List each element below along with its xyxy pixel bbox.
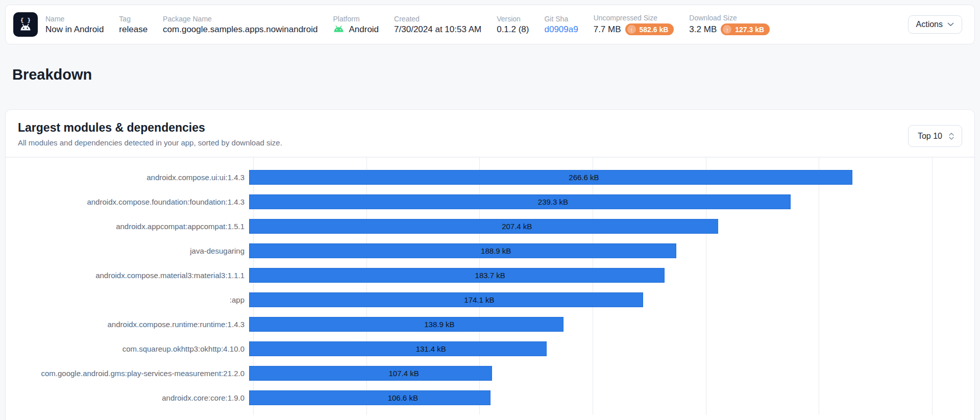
chart-row: androidx.compose.runtime:runtime:1.4.313… xyxy=(10,312,974,336)
header-field-label: Download Size xyxy=(689,14,770,22)
bar-track: 183.7 kB xyxy=(249,268,928,283)
card-title: Largest modules & dependencies xyxy=(18,121,962,135)
bar-track: 107.4 kB xyxy=(249,366,928,381)
git-sha-link[interactable]: d0909a9 xyxy=(544,24,578,35)
header-field-value: Now in Android xyxy=(45,24,104,35)
module-size-value: 207.4 kB xyxy=(502,222,532,231)
header-field-value-row: 3.2 MB↑127.3 kB xyxy=(689,23,770,35)
module-name-label: androidx.core:core:1.9.0 xyxy=(10,393,244,402)
module-name-label: java-desugaring xyxy=(10,246,244,255)
header-field: Created7/30/2024 at 10:53 AM xyxy=(394,15,481,35)
module-name-label: :app xyxy=(10,295,244,304)
up-down-chevrons-icon xyxy=(948,132,954,140)
module-size-bar[interactable]: 174.1 kB xyxy=(249,292,643,307)
chevron-down-icon xyxy=(947,22,954,27)
bar-track: 266.6 kB xyxy=(249,170,928,185)
header-field-value-row: Android xyxy=(333,24,379,35)
header-field-value-row: 0.1.2 (8) xyxy=(497,24,529,35)
module-size-value: 266.6 kB xyxy=(569,173,599,182)
actions-button[interactable]: Actions xyxy=(908,15,962,34)
header-field-label: Tag xyxy=(119,15,148,23)
chart-row: com.squareup.okhttp3:okhttp:4.10.0131.4 … xyxy=(10,336,974,361)
top-n-select[interactable]: Top 10 xyxy=(908,125,962,147)
module-name-label: androidx.compose.foundation:foundation:1… xyxy=(10,197,244,206)
header-field-value-row: 7.7 MB↑582.6 kB xyxy=(594,23,674,35)
header-field-value-row: 7/30/2024 at 10:53 AM xyxy=(394,24,481,35)
module-size-bar[interactable]: 131.4 kB xyxy=(249,341,547,356)
actions-button-label: Actions xyxy=(916,20,943,29)
size-delta-value: 582.6 kB xyxy=(640,26,669,34)
header-field: Download Size3.2 MB↑127.3 kB xyxy=(689,14,770,35)
header-field-value: release xyxy=(119,24,148,35)
module-size-value: 138.9 kB xyxy=(424,320,454,329)
header-field-label: Git Sha xyxy=(544,15,578,23)
module-name-label: androidx.appcompat:appcompat:1.5.1 xyxy=(10,222,244,231)
module-name-label: androidx.compose.material3:material3:1.1… xyxy=(10,271,244,280)
header-field: Version0.1.2 (8) xyxy=(497,15,529,35)
chart-rows: androidx.compose.ui:ui:1.4.3266.6 kBandr… xyxy=(10,165,974,410)
bar-track: 239.3 kB xyxy=(249,194,928,209)
header-field-value-row: d0909a9 xyxy=(544,24,578,35)
module-size-bar[interactable]: 266.6 kB xyxy=(249,170,852,185)
size-delta-badge: ↑582.6 kB xyxy=(625,23,674,35)
module-size-bar[interactable]: 239.3 kB xyxy=(249,194,791,209)
module-size-bar[interactable]: 107.4 kB xyxy=(249,366,492,381)
module-size-value: 107.4 kB xyxy=(388,369,419,378)
header-field-value-row: Now in Android xyxy=(45,24,104,35)
header-field-value-row: com.google.samples.apps.nowinandroid xyxy=(163,24,317,35)
size-delta-badge: ↑127.3 kB xyxy=(721,23,770,35)
module-size-bar[interactable]: 138.9 kB xyxy=(249,317,564,332)
card-header: Largest modules & dependencies All modul… xyxy=(6,110,974,158)
size-delta-value: 127.3 kB xyxy=(735,26,764,34)
chart-row: androidx.core:core:1.9.0106.6 kB xyxy=(10,385,974,410)
module-name-label: androidx.compose.runtime:runtime:1.4.3 xyxy=(10,320,244,329)
module-name-label: com.squareup.okhttp3:okhttp:4.10.0 xyxy=(10,344,244,353)
module-size-value: 188.9 kB xyxy=(481,246,511,255)
header-field: Platform Android xyxy=(333,15,379,35)
header-field-value: Android xyxy=(349,24,379,35)
chart-row: androidx.compose.ui:ui:1.4.3266.6 kB xyxy=(10,165,974,189)
bar-track: 188.9 kB xyxy=(249,243,928,258)
header-field: Package Namecom.google.samples.apps.nowi… xyxy=(163,15,317,35)
package-header-bar: { } NameNow in AndroidTagreleasePackage … xyxy=(5,5,975,44)
chart-row: androidx.compose.foundation:foundation:1… xyxy=(10,189,974,214)
header-field: NameNow in Android xyxy=(45,15,104,35)
module-name-label: androidx.compose.ui:ui:1.4.3 xyxy=(10,173,244,182)
svg-text:{ }: { } xyxy=(20,17,31,23)
module-size-bar[interactable]: 183.7 kB xyxy=(249,268,665,283)
module-size-value: 106.6 kB xyxy=(388,393,418,402)
chart-row: java-desugaring188.9 kB xyxy=(10,238,974,263)
header-field-value-row: release xyxy=(119,24,148,35)
bar-track: 207.4 kB xyxy=(249,219,928,234)
header-field-label: Platform xyxy=(333,15,379,23)
modules-bar-chart: androidx.compose.ui:ui:1.4.3266.6 kBandr… xyxy=(6,158,974,415)
header-fields: NameNow in AndroidTagreleasePackage Name… xyxy=(45,14,770,35)
header-field-label: Name xyxy=(45,15,104,23)
module-size-value: 183.7 kB xyxy=(475,271,505,280)
page-title: Breakdown xyxy=(12,65,980,84)
bar-track: 106.6 kB xyxy=(249,390,928,405)
module-size-bar[interactable]: 207.4 kB xyxy=(249,219,718,234)
bar-track: 138.9 kB xyxy=(249,317,928,332)
card-subtitle: All modules and dependencies detected in… xyxy=(18,138,962,147)
header-field: Uncompressed Size7.7 MB↑582.6 kB xyxy=(594,14,674,35)
module-size-value: 131.4 kB xyxy=(416,344,446,353)
header-field-value: 7/30/2024 at 10:53 AM xyxy=(394,24,481,35)
chart-row: com.google.android.gms:play-services-mea… xyxy=(10,361,974,385)
bar-track: 174.1 kB xyxy=(249,292,928,307)
header-field-label: Version xyxy=(497,15,529,23)
top-n-select-value: Top 10 xyxy=(918,132,942,141)
module-size-bar[interactable]: 106.6 kB xyxy=(249,390,491,405)
header-field-label: Uncompressed Size xyxy=(594,14,674,22)
header-field: Tagrelease xyxy=(119,15,148,35)
module-size-value: 174.1 kB xyxy=(464,295,494,304)
up-arrow-icon: ↑ xyxy=(723,25,731,34)
header-field: Git Shad0909a9 xyxy=(544,15,578,35)
android-icon xyxy=(333,26,345,34)
up-arrow-icon: ↑ xyxy=(627,25,636,34)
module-size-bar[interactable]: 188.9 kB xyxy=(249,243,676,258)
header-field-value: 0.1.2 (8) xyxy=(497,24,529,35)
header-field-value: 7.7 MB xyxy=(594,24,621,35)
module-name-label: com.google.android.gms:play-services-mea… xyxy=(10,369,244,378)
header-field-label: Package Name xyxy=(163,15,317,23)
